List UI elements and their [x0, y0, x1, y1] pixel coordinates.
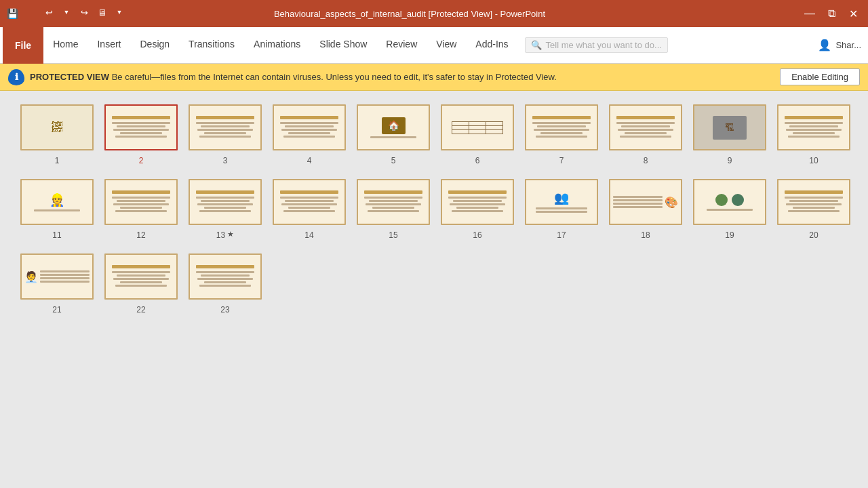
slide-number-10: 10: [809, 156, 818, 165]
redo-button[interactable]: ↪: [76, 4, 92, 20]
slide-item-3[interactable]: 3: [189, 104, 262, 165]
slide-number-4: 4: [307, 156, 312, 165]
protected-label: PROTECTED VIEW: [30, 72, 109, 82]
save-icon[interactable]: 💾: [5, 7, 19, 20]
tab-design[interactable]: Design: [131, 27, 180, 64]
window-controls: — ⧉ ✕: [800, 5, 863, 22]
slide-number-20: 20: [809, 230, 818, 240]
slide-number-14: 14: [304, 230, 313, 240]
slide-panel: ﷽1234🏠5678🏗910👷111213★141516👥17🎨181920🧑‍…: [0, 91, 868, 488]
slide-item-15[interactable]: 15: [357, 179, 430, 240]
slide-item-19[interactable]: 19: [693, 179, 766, 240]
slide-item-12[interactable]: 12: [104, 179, 178, 240]
slide-item-22[interactable]: 22: [104, 253, 178, 314]
search-input[interactable]: Tell me what you want to do...: [546, 40, 662, 50]
tab-addins[interactable]: Add-Ins: [466, 27, 517, 64]
minimize-button[interactable]: —: [800, 5, 819, 22]
slide-item-16[interactable]: 16: [441, 179, 514, 240]
shield-icon: ℹ: [8, 69, 24, 85]
slide-number-2: 2: [139, 156, 144, 165]
tab-home[interactable]: Home: [43, 27, 87, 64]
search-icon: 🔍: [531, 40, 542, 50]
slide-number-7: 7: [559, 156, 564, 165]
slide-item-5[interactable]: 🏠5: [357, 104, 430, 165]
slide-number-3: 3: [223, 156, 228, 165]
slide-item-2[interactable]: 2: [104, 104, 178, 165]
quick-access-toolbar: ↩ ▼ ↪ 🖥 ▼: [41, 4, 127, 20]
slide-item-1[interactable]: ﷽1: [20, 104, 94, 165]
slide-item-20[interactable]: 20: [777, 179, 850, 240]
slide-number-21: 21: [52, 305, 61, 314]
slide-grid: ﷽1234🏠5678🏗910👷111213★141516👥17🎨181920🧑‍…: [20, 104, 848, 314]
slide-item-9[interactable]: 🏗9: [693, 104, 766, 165]
protected-message: PROTECTED VIEW Be careful—files from the…: [30, 72, 774, 82]
slide-number-22: 22: [136, 305, 145, 314]
tab-file[interactable]: File: [3, 27, 43, 64]
slide-number-15: 15: [389, 230, 397, 240]
tab-animations[interactable]: Animations: [244, 27, 310, 64]
slide-number-5: 5: [391, 156, 396, 165]
slide-item-4[interactable]: 4: [273, 104, 346, 165]
enable-editing-button[interactable]: Enable Editing: [780, 68, 860, 85]
slide-number-1: 1: [55, 156, 60, 165]
slide-number-12: 12: [136, 230, 145, 240]
slide-item-8[interactable]: 8: [609, 104, 682, 165]
slide-number-6: 6: [475, 156, 480, 165]
titlebar: 💾 ↩ ▼ ↪ 🖥 ▼ Behavioural_aspects_of_inter…: [0, 0, 868, 27]
undo-dropdown[interactable]: ▼: [58, 4, 75, 20]
slide-item-10[interactable]: 10: [777, 104, 850, 165]
slide-item-13[interactable]: 13★: [189, 179, 262, 240]
share-icon: 👤: [818, 39, 831, 52]
tab-transitions[interactable]: Transitions: [179, 27, 244, 64]
slide-number-19: 19: [725, 230, 734, 240]
slide-item-7[interactable]: 7: [525, 104, 598, 165]
slide-item-21[interactable]: 🧑‍💼21: [20, 253, 94, 314]
tab-insert[interactable]: Insert: [87, 27, 130, 64]
protected-view-bar: ℹ PROTECTED VIEW Be careful—files from t…: [0, 64, 868, 91]
ribbon: File Home Insert Design Transitions Anim…: [0, 27, 868, 64]
slide-item-18[interactable]: 🎨18: [609, 179, 682, 240]
slide-item-14[interactable]: 14: [273, 179, 346, 240]
customize-arrow[interactable]: ▼: [111, 4, 127, 20]
slide-number-18: 18: [641, 230, 650, 240]
restore-button[interactable]: ⧉: [822, 5, 841, 22]
slide-number-23: 23: [220, 305, 229, 314]
slide-item-11[interactable]: 👷11: [20, 179, 94, 240]
slide-item-23[interactable]: 23: [189, 253, 262, 314]
slide-number-8: 8: [644, 156, 648, 165]
slide-number-16: 16: [473, 230, 481, 240]
window-title: Behavioural_aspects_of_internal_audit [P…: [19, 9, 800, 19]
tab-review[interactable]: Review: [376, 27, 427, 64]
presentation-icon[interactable]: 🖥: [94, 4, 110, 20]
slide-number-13: 13: [216, 230, 225, 240]
protected-detail-text: Be careful—files from the Internet can c…: [112, 72, 557, 82]
slide-number-11: 11: [52, 230, 61, 240]
undo-button[interactable]: ↩: [41, 4, 57, 20]
slide-number-9: 9: [728, 156, 732, 165]
share-label[interactable]: Shar...: [835, 40, 861, 50]
slide-star-13: ★: [227, 230, 234, 239]
slide-item-17[interactable]: 👥17: [525, 179, 598, 240]
close-button[interactable]: ✕: [844, 5, 863, 22]
tab-slideshow[interactable]: Slide Show: [310, 27, 376, 64]
tab-view[interactable]: View: [427, 27, 466, 64]
slide-number-17: 17: [557, 230, 566, 240]
slide-item-6[interactable]: 6: [441, 104, 514, 165]
